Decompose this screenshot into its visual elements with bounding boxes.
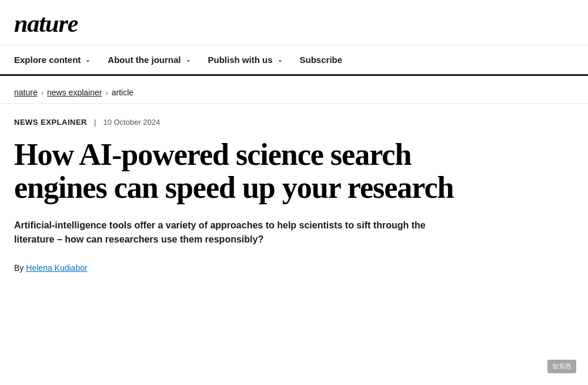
article-main: NEWS EXPLAINER | 10 October 2024 How AI-… bbox=[0, 104, 470, 287]
breadcrumb-news-explainer[interactable]: news explainer bbox=[47, 88, 102, 97]
site-header: nature bbox=[0, 0, 588, 45]
article-meta-line: NEWS EXPLAINER | 10 October 2024 bbox=[14, 118, 456, 127]
article-category: NEWS EXPLAINER bbox=[14, 118, 87, 127]
breadcrumb-nature[interactable]: nature bbox=[14, 88, 38, 97]
nav-subscribe[interactable]: Subscribe bbox=[300, 45, 355, 74]
article-date-separator: | bbox=[94, 118, 96, 127]
nav-about-journal-label: About the journal bbox=[108, 55, 181, 65]
watermark: 智东西 bbox=[547, 360, 576, 373]
article-author[interactable]: Helena Kudiabor bbox=[26, 263, 87, 273]
byline-prefix: By bbox=[14, 263, 24, 273]
article-title: How AI-powered science search engines ca… bbox=[14, 138, 456, 204]
breadcrumb: nature › news explainer › article bbox=[14, 88, 574, 97]
nav-publish-with-us[interactable]: Publish with us ⌄ bbox=[208, 45, 294, 74]
nav-explore-content-label: Explore content bbox=[14, 55, 81, 65]
nav-explore-content[interactable]: Explore content ⌄ bbox=[14, 45, 102, 74]
breadcrumb-separator-1: › bbox=[41, 88, 44, 97]
breadcrumb-separator-2: › bbox=[105, 88, 108, 97]
chevron-down-icon: ⌄ bbox=[186, 57, 191, 63]
article-date: 10 October 2024 bbox=[103, 118, 160, 127]
nav-publish-with-us-label: Publish with us bbox=[208, 55, 273, 65]
breadcrumb-current: article bbox=[112, 88, 133, 97]
breadcrumb-section: nature › news explainer › article bbox=[0, 76, 588, 104]
nav-subscribe-label: Subscribe bbox=[300, 55, 343, 65]
main-nav: Explore content ⌄ About the journal ⌄ Pu… bbox=[0, 45, 588, 76]
chevron-down-icon: ⌄ bbox=[85, 57, 90, 63]
article-subtitle: Artificial-intelligence tools offer a va… bbox=[14, 218, 437, 247]
chevron-down-icon: ⌄ bbox=[278, 57, 282, 63]
nav-about-journal[interactable]: About the journal ⌄ bbox=[108, 45, 202, 74]
site-logo[interactable]: nature bbox=[14, 9, 78, 38]
article-byline: By Helena Kudiabor bbox=[14, 263, 456, 273]
